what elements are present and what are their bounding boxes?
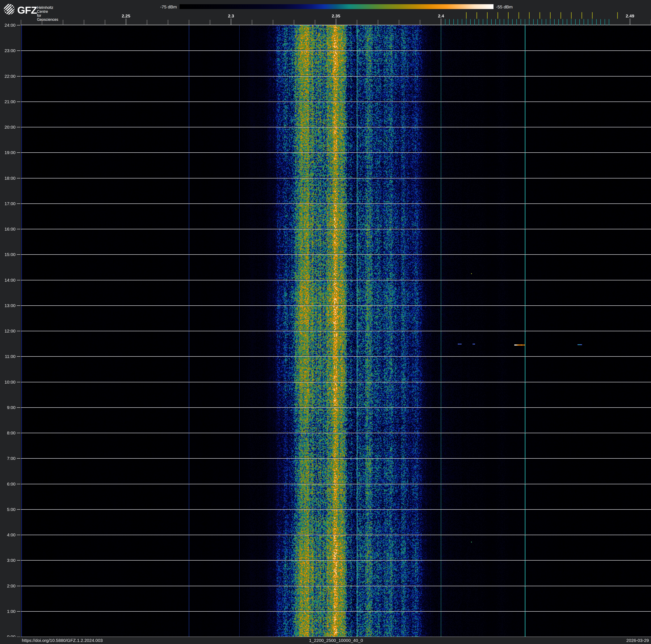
ble-channel-tick (470, 19, 471, 25)
time-tick-label: 15:00 (0, 252, 16, 257)
ble-channel-tick (546, 19, 546, 25)
wifi-channel-tick (519, 12, 519, 19)
time-tick-label: 1:00 (0, 609, 16, 614)
ble-channel-tick (500, 19, 500, 25)
wifi-channel-tick (539, 12, 540, 19)
time-tick-label: 13:00 (0, 303, 16, 308)
freq-minor-tick (336, 20, 336, 25)
ble-channel-tick (462, 19, 462, 25)
brand-wordmark: GFZ (17, 4, 37, 16)
freq-minor-tick (231, 20, 231, 25)
ble-channel-tick (529, 19, 529, 25)
time-tick-label: 24:00 (0, 23, 16, 28)
ble-channel-tick (600, 19, 601, 25)
freq-minor-tick (273, 20, 273, 25)
freq-minor-tick (63, 20, 63, 25)
freq-minor-tick (315, 20, 315, 25)
ble-channel-tick (533, 19, 534, 25)
wifi-channel-tick (508, 12, 508, 19)
time-tick-label: 2:00 (0, 583, 16, 588)
time-tick (17, 433, 20, 433)
freq-minor-tick (378, 20, 378, 25)
wifi-channel-tick (487, 12, 488, 19)
ble-channel-tick (449, 19, 450, 25)
time-tick-label: 5:00 (0, 507, 16, 512)
freq-major-tick (336, 19, 336, 25)
freq-minor-tick (546, 20, 546, 25)
freq-minor-tick (504, 20, 504, 25)
freq-minor-tick (21, 20, 21, 25)
time-tick (17, 25, 20, 25)
time-tick-label: 14:00 (0, 277, 16, 283)
ble-channel-tick (609, 19, 609, 25)
freq-tick-label: 2.4 (438, 13, 444, 19)
footer-bar: https://doi.org/10.5880/GFZ.1.2.2024.003… (0, 637, 651, 644)
freq-minor-tick (462, 20, 462, 25)
ble-channel-tick (541, 19, 542, 25)
time-tick-label: 21:00 (0, 99, 16, 104)
freq-minor-tick (126, 20, 126, 25)
ble-channel-tick (491, 19, 492, 25)
freq-minor-tick (441, 20, 441, 25)
spectrogram-page: GFZ Helmholtz Centre for Geosciences -75… (0, 0, 651, 644)
freq-minor-tick (420, 20, 420, 25)
freq-major-tick (231, 19, 231, 25)
time-tick-label: 3:00 (0, 558, 16, 563)
ble-channel-tick (537, 19, 538, 25)
ble-channel-tick (525, 19, 525, 25)
freq-minor-tick (609, 20, 609, 25)
ble-channel-tick (512, 19, 513, 25)
ble-channel-tick (596, 19, 597, 25)
freq-major-tick (630, 19, 630, 25)
time-tick (17, 76, 20, 77)
freq-minor-tick (483, 20, 483, 25)
time-tick (17, 509, 20, 510)
ble-channel-tick (517, 19, 517, 25)
wifi-channel-tick (560, 12, 561, 19)
ble-channel-tick (579, 19, 580, 25)
time-tick (17, 305, 20, 306)
time-tick-label: 9:00 (0, 405, 16, 410)
ble-channel-tick (466, 19, 466, 25)
time-tick (17, 331, 20, 331)
freq-minor-tick (168, 20, 168, 25)
wifi-channel-tick (550, 12, 551, 19)
time-tick-label: 6:00 (0, 481, 16, 487)
wifi-channel-tick (571, 12, 571, 19)
time-tick (17, 560, 20, 561)
ble-channel-tick (563, 19, 563, 25)
freq-tick-label: 2.3 (228, 13, 234, 19)
time-tick-label: 10:00 (0, 380, 16, 385)
ble-channel-tick (604, 19, 605, 25)
freq-tick-label: 2.25 (122, 13, 130, 19)
ble-channel-tick (474, 19, 475, 25)
time-tick (17, 535, 20, 535)
ble-channel-tick (558, 19, 559, 25)
colorbar-min-label: -75 dBm (145, 4, 177, 9)
time-tick (17, 382, 20, 382)
ble-channel-tick (554, 19, 555, 25)
ble-channel-tick (571, 19, 571, 25)
wifi-channel-tick (529, 12, 530, 19)
freq-minor-tick (294, 20, 294, 25)
time-tick-label: 19:00 (0, 150, 16, 155)
time-tick (17, 356, 20, 357)
freq-minor-tick (210, 20, 210, 25)
time-tick-label: 23:00 (0, 48, 16, 53)
ble-channel-tick (458, 19, 458, 25)
ble-channel-tick (445, 19, 445, 25)
freq-minor-tick (588, 20, 588, 25)
freq-minor-tick (84, 20, 84, 25)
freq-minor-tick (357, 20, 357, 25)
time-tick-label: 12:00 (0, 328, 16, 333)
brand-subtitle: Helmholtz Centre for Geosciences (37, 6, 58, 22)
wifi-channel-tick (466, 12, 467, 19)
time-tick (17, 152, 20, 153)
ble-channel-tick (584, 19, 584, 25)
brand-subtitle-line2: for Geosciences (37, 14, 58, 22)
ble-channel-tick (575, 19, 576, 25)
time-tick (17, 611, 20, 612)
freq-minor-tick (630, 20, 630, 25)
freq-minor-tick (525, 20, 525, 25)
brand-subtitle-line1: Helmholtz Centre (37, 6, 58, 14)
